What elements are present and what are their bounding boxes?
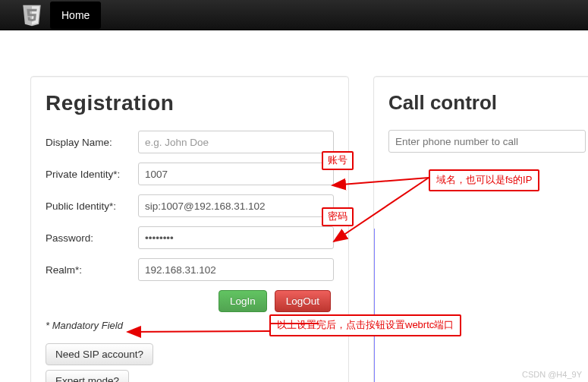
public-identity-label: Public Identity*: <box>46 200 138 212</box>
row-public-identity: Public Identity*: <box>46 194 334 217</box>
nav-home-link[interactable]: Home <box>50 2 101 29</box>
watermark: CSDN @H4_9Y <box>522 370 582 379</box>
logout-button[interactable]: LogOut <box>275 290 331 312</box>
html5-logo-icon <box>21 4 42 27</box>
row-password: Password: <box>46 226 334 249</box>
display-name-label: Display Name: <box>46 137 138 148</box>
annotation-domain: 域名，也可以是fs的IP <box>429 169 539 191</box>
registration-title: Registration <box>46 91 334 115</box>
phone-number-input[interactable] <box>388 130 586 153</box>
divider-lines <box>374 229 588 382</box>
display-name-input[interactable] <box>138 131 334 153</box>
row-private-identity: Private Identity*: <box>46 163 334 185</box>
button-row: LogIn LogOut <box>46 290 334 312</box>
public-identity-input[interactable] <box>138 194 334 217</box>
password-label: Password: <box>46 232 138 244</box>
need-sip-button[interactable]: Need SIP account? <box>46 343 153 365</box>
private-identity-input[interactable] <box>138 163 334 185</box>
password-input[interactable] <box>138 226 334 249</box>
row-display-name: Display Name: <box>46 131 334 153</box>
annotation-bottom: 以上设置完后，点击按钮设置webrtc端口 <box>269 314 461 336</box>
call-control-title: Call control <box>388 91 586 115</box>
navbar: Home <box>0 0 588 30</box>
realm-input[interactable] <box>138 258 334 281</box>
annotation-account: 账号 <box>322 151 354 170</box>
realm-label: Realm*: <box>46 264 138 276</box>
row-realm: Realm*: <box>46 258 334 281</box>
login-button[interactable]: LogIn <box>219 290 267 312</box>
expert-mode-button[interactable]: Expert mode? <box>46 370 129 382</box>
private-identity-label: Private Identity*: <box>46 169 138 180</box>
annotation-password: 密码 <box>322 207 354 226</box>
